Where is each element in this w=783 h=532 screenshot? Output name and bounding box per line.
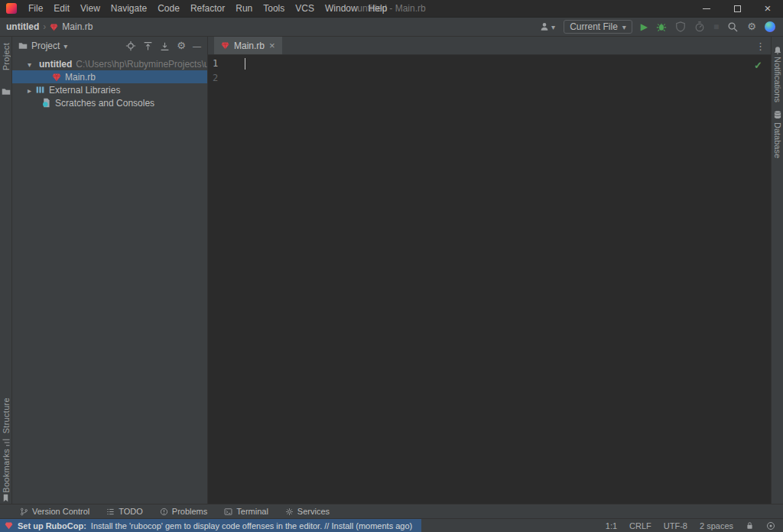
- tool-stripe-notifications[interactable]: Notifications: [773, 57, 782, 102]
- run-configuration-value: Current File: [570, 21, 618, 32]
- status-message-body[interactable]: Install the 'rubocop' gem to display cod…: [91, 521, 412, 530]
- ruby-file-icon: [221, 41, 229, 50]
- title-bar: File Edit View Navigate Code Refactor Ru…: [0, 0, 783, 18]
- toolwindow-terminal[interactable]: Terminal: [224, 507, 268, 516]
- menu-view[interactable]: View: [75, 0, 106, 17]
- bottom-tool-bar: Version Control TODO Problems Terminal S…: [0, 504, 783, 518]
- text-caret: [245, 58, 245, 70]
- line-number-gutter: 1 2: [208, 55, 242, 504]
- terminal-icon: [224, 508, 232, 516]
- left-tool-stripe: Project Structure Bookmarks: [0, 37, 12, 504]
- project-root-name: untitled: [39, 59, 72, 70]
- toolwindow-version-control[interactable]: Version Control: [20, 507, 89, 516]
- toolbar-actions: Current File: [539, 20, 777, 34]
- tree-row-root[interactable]: untitled C:\Users\hp\RubymineProjects\un…: [12, 57, 207, 70]
- menu-vcs[interactable]: VCS: [290, 0, 320, 17]
- run-configuration-select[interactable]: Current File: [564, 20, 632, 34]
- profile-button[interactable]: [539, 21, 555, 32]
- toolwindow-label: Services: [297, 507, 330, 516]
- maximize-button[interactable]: [722, 0, 752, 17]
- right-tool-stripe: Notifications Database: [771, 37, 783, 504]
- menu-navigate[interactable]: Navigate: [106, 0, 152, 17]
- tab-close-icon[interactable]: [269, 41, 275, 51]
- tool-stripe-bookmarks[interactable]: Bookmarks: [2, 449, 11, 493]
- tree-row-main-rb[interactable]: Main.rb: [12, 70, 207, 83]
- breadcrumb-file[interactable]: Main.rb: [62, 21, 93, 32]
- problems-icon: [160, 508, 168, 516]
- toolwindow-label: Version Control: [32, 507, 89, 516]
- lock-icon[interactable]: [746, 521, 754, 530]
- line-separator-widget[interactable]: CRLF: [629, 521, 651, 530]
- run-with-coverage-button[interactable]: [675, 21, 686, 32]
- menu-bar: File Edit View Navigate Code Refactor Ru…: [23, 0, 392, 17]
- code-area[interactable]: [242, 55, 771, 504]
- search-everywhere-button[interactable]: [727, 21, 739, 33]
- ruby-file-icon: [50, 23, 58, 31]
- menu-window[interactable]: Window: [320, 0, 363, 17]
- tool-stripe-project[interactable]: Project: [2, 43, 11, 70]
- breadcrumb: untitled Main.rb: [6, 21, 93, 32]
- notifications-status-icon[interactable]: [766, 521, 775, 530]
- menu-tools[interactable]: Tools: [258, 0, 290, 17]
- debug-button[interactable]: [656, 21, 667, 32]
- project-options-icon[interactable]: [177, 41, 186, 51]
- menu-refactor[interactable]: Refactor: [185, 0, 230, 17]
- menu-help[interactable]: Help: [363, 0, 393, 17]
- menu-edit[interactable]: Edit: [48, 0, 75, 17]
- tab-main-rb[interactable]: Main.rb: [214, 37, 282, 54]
- breadcrumb-project[interactable]: untitled: [6, 21, 39, 32]
- status-message-title: Set up RuboCop:: [18, 521, 86, 530]
- caret-position-widget[interactable]: 1:1: [606, 521, 617, 530]
- chevron-down-icon[interactable]: [28, 59, 31, 70]
- status-notification[interactable]: Set up RuboCop: Install the 'rubocop' ge…: [0, 519, 421, 532]
- tree-row-scratches[interactable]: Scratches and Consoles: [12, 96, 207, 109]
- toolwindow-problems[interactable]: Problems: [160, 507, 207, 516]
- tool-stripe-structure[interactable]: Structure: [2, 397, 11, 433]
- toolwindow-todo[interactable]: TODO: [106, 507, 143, 516]
- toolwindow-services[interactable]: Services: [285, 507, 330, 516]
- bookmark-icon[interactable]: [2, 494, 10, 502]
- select-opened-file-icon[interactable]: [125, 41, 136, 51]
- rubocop-gem-icon: [5, 521, 13, 530]
- profiler-button[interactable]: [694, 21, 705, 32]
- encoding-widget[interactable]: UTF-8: [664, 521, 687, 530]
- line-number-2: 2: [213, 71, 242, 86]
- collapse-all-icon[interactable]: [160, 41, 170, 51]
- gradient-sphere-icon[interactable]: [765, 21, 775, 32]
- breadcrumb-separator-icon: [43, 21, 46, 32]
- chevron-down-icon: [622, 21, 626, 32]
- menu-file[interactable]: File: [23, 0, 48, 17]
- more-vertical-icon: [755, 41, 765, 52]
- main-area: Project Structure Bookmarks Project: [0, 37, 783, 504]
- indent-widget[interactable]: 2 spaces: [700, 521, 733, 530]
- expand-all-icon[interactable]: [143, 41, 153, 51]
- folder-icon[interactable]: [2, 87, 11, 96]
- tool-stripe-database[interactable]: Database: [773, 122, 782, 158]
- todo-icon: [106, 508, 115, 516]
- window-controls: [691, 0, 783, 17]
- stop-button[interactable]: [713, 21, 719, 32]
- chevron-down-icon[interactable]: [63, 41, 67, 51]
- close-button[interactable]: [752, 0, 783, 17]
- minimize-button[interactable]: [691, 0, 722, 17]
- file-name: Main.rb: [65, 72, 96, 83]
- project-panel-header: Project: [12, 37, 207, 55]
- structure-icon[interactable]: [2, 438, 11, 447]
- menu-code[interactable]: Code: [152, 0, 185, 17]
- inspections-ok-icon[interactable]: [754, 60, 762, 71]
- menu-run[interactable]: Run: [230, 0, 258, 17]
- notifications-bell-icon[interactable]: [773, 46, 782, 55]
- editor: Main.rb 1 2: [208, 37, 771, 504]
- hide-panel-icon[interactable]: [193, 41, 201, 51]
- toolwindow-label: TODO: [119, 507, 143, 516]
- chevron-right-icon[interactable]: [28, 85, 31, 96]
- settings-button[interactable]: [747, 21, 756, 32]
- external-libraries-label: External Libraries: [49, 85, 120, 96]
- database-icon[interactable]: [773, 110, 782, 119]
- run-button[interactable]: [641, 21, 648, 32]
- scratches-label: Scratches and Consoles: [55, 98, 154, 109]
- tree-row-external-libraries[interactable]: External Libraries: [12, 83, 207, 96]
- editor-body[interactable]: 1 2: [208, 55, 771, 504]
- tab-options-button[interactable]: [755, 37, 765, 55]
- project-panel-title[interactable]: Project: [31, 41, 60, 51]
